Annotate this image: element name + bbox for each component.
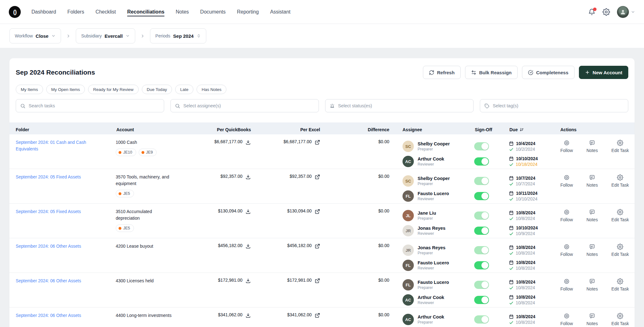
- nav-documents[interactable]: Documents: [200, 9, 226, 15]
- nav-notes[interactable]: Notes: [176, 9, 189, 15]
- nav-assistant[interactable]: Assistant: [270, 9, 291, 15]
- signoff-toggle[interactable]: [474, 177, 489, 185]
- periods-selector[interactable]: Periods Sep 2024: [150, 28, 206, 43]
- assignee-role: Reviewer: [418, 231, 446, 236]
- signoff-toggle[interactable]: [474, 296, 489, 304]
- edit-task-button[interactable]: Edit Task: [611, 209, 629, 222]
- edit-task-label: Edit Task: [611, 321, 629, 326]
- search-tasks-input[interactable]: [29, 103, 160, 108]
- folder-link[interactable]: September 2024: 05 Fixed Assets: [16, 209, 81, 214]
- notes-button[interactable]: Notes: [586, 313, 598, 326]
- signoff-toggle[interactable]: [474, 211, 489, 220]
- notes-button[interactable]: Notes: [586, 174, 598, 188]
- col-due-sortable[interactable]: Due: [509, 127, 560, 132]
- signoff-toggle[interactable]: [474, 315, 489, 324]
- filter-my-items[interactable]: My Items: [16, 85, 43, 94]
- gear-icon: [602, 8, 610, 16]
- folder-link[interactable]: September 2024: 05 Fixed Assets: [16, 175, 81, 179]
- subsidiary-selector[interactable]: Subsidiary Evercall: [76, 28, 135, 43]
- tag-filter-field[interactable]: [480, 99, 628, 112]
- signoff-toggle[interactable]: [474, 281, 489, 289]
- bulk-reassign-button[interactable]: Bulk Reassign: [465, 66, 518, 79]
- completed-date: 10/18/2024: [516, 162, 537, 167]
- notifications-button[interactable]: [588, 8, 596, 16]
- app-logo[interactable]: (): [9, 6, 21, 18]
- external-link-icon[interactable]: [314, 313, 320, 318]
- filter-late[interactable]: Late: [175, 85, 193, 94]
- tag-filter-input[interactable]: [493, 103, 624, 108]
- gear-icon: [617, 140, 623, 146]
- completeness-button[interactable]: Completeness: [522, 66, 575, 79]
- download-icon[interactable]: [245, 209, 251, 214]
- filter-ready-for-my-review[interactable]: Ready for My Review: [88, 85, 138, 94]
- nav-checklist[interactable]: Checklist: [96, 9, 116, 15]
- filter-my-open-items[interactable]: My Open Items: [46, 85, 85, 94]
- status-filter-field[interactable]: [325, 99, 474, 112]
- tag-dot: [142, 151, 144, 154]
- download-icon[interactable]: [245, 278, 251, 284]
- notes-button[interactable]: Notes: [586, 209, 598, 222]
- edit-task-button[interactable]: Edit Task: [611, 244, 629, 257]
- folder-link[interactable]: September 2024: 06 Other Assets: [16, 313, 81, 318]
- signoff-toggle[interactable]: [474, 246, 489, 254]
- search-icon: [175, 103, 180, 109]
- follow-button[interactable]: Follow: [560, 140, 573, 153]
- nav-folders[interactable]: Folders: [67, 9, 84, 15]
- difference-amount: $0.00: [378, 243, 389, 248]
- external-link-icon[interactable]: [314, 139, 320, 145]
- follow-button[interactable]: Follow: [560, 209, 573, 222]
- edit-task-button[interactable]: Edit Task: [611, 278, 629, 291]
- check-circle-icon: [528, 70, 533, 75]
- assignee-filter-field[interactable]: [170, 99, 319, 112]
- download-icon[interactable]: [245, 139, 251, 145]
- workflow-selector[interactable]: Workflow Close: [9, 28, 61, 43]
- folder-link[interactable]: September 2024: 06 Other Assets: [16, 279, 81, 283]
- download-icon[interactable]: [245, 243, 251, 249]
- notes-button[interactable]: Notes: [586, 244, 598, 257]
- folder-link[interactable]: September 2024: 06 Other Assets: [16, 244, 81, 249]
- follow-button[interactable]: Follow: [560, 174, 573, 188]
- completed-date: 10/8/2024: [516, 320, 535, 325]
- toggle-knob: [481, 193, 488, 200]
- nav-dashboard[interactable]: Dashboard: [31, 9, 56, 15]
- follow-button[interactable]: Follow: [560, 313, 573, 326]
- signoff-toggle[interactable]: [474, 157, 489, 166]
- tag-label: JE10: [123, 150, 132, 155]
- settings-button[interactable]: [602, 8, 610, 16]
- external-link-icon[interactable]: [314, 209, 320, 214]
- folder-link[interactable]: September 2024: 01 Cash and Cash Equival…: [16, 140, 86, 151]
- signoff-toggle[interactable]: [474, 142, 489, 150]
- refresh-icon: [429, 70, 434, 75]
- edit-task-button[interactable]: Edit Task: [611, 174, 629, 188]
- filter-due-today[interactable]: Due Today: [142, 85, 172, 94]
- external-link-icon[interactable]: [314, 278, 320, 284]
- follow-button[interactable]: Follow: [560, 278, 573, 291]
- signoff-toggle[interactable]: [474, 227, 489, 235]
- edit-task-button[interactable]: Edit Task: [611, 313, 629, 326]
- download-icon[interactable]: [245, 174, 251, 180]
- notes-bubble-icon: [589, 140, 595, 146]
- new-account-button[interactable]: New Account: [579, 66, 628, 79]
- status-filter-input[interactable]: [338, 103, 469, 108]
- nav-reconciliations[interactable]: Reconciliations: [127, 9, 164, 15]
- edit-task-button[interactable]: Edit Task: [611, 140, 629, 153]
- nav-reporting[interactable]: Reporting: [237, 9, 259, 15]
- signoff-toggle[interactable]: [474, 192, 489, 200]
- external-link-icon[interactable]: [314, 174, 320, 180]
- check-icon: [509, 197, 514, 201]
- user-menu[interactable]: [617, 6, 635, 18]
- external-link-icon[interactable]: [314, 243, 320, 249]
- notes-button[interactable]: Notes: [586, 278, 598, 291]
- assignee-filter-input[interactable]: [183, 103, 314, 108]
- signoff-toggle[interactable]: [474, 261, 489, 269]
- follow-eye-icon: [564, 278, 570, 285]
- edit-task-label: Edit Task: [611, 217, 629, 222]
- search-tasks-field[interactable]: [16, 99, 164, 112]
- follow-button[interactable]: Follow: [560, 244, 573, 257]
- refresh-button[interactable]: Refresh: [423, 66, 461, 79]
- user-avatar: [617, 6, 629, 18]
- notes-button[interactable]: Notes: [586, 140, 598, 153]
- filter-has-notes[interactable]: Has Notes: [197, 85, 226, 94]
- follow-label: Follow: [560, 321, 573, 326]
- download-icon[interactable]: [245, 313, 251, 318]
